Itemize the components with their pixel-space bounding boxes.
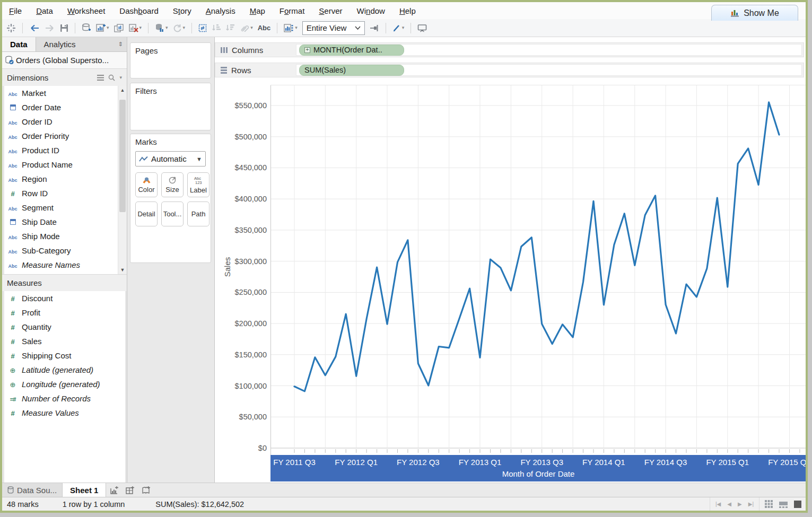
field-quantity[interactable]: #Quantity: [4, 320, 125, 334]
tab-sheet-1[interactable]: Sheet 1: [63, 483, 106, 497]
x-axis-band[interactable]: FY 2011 Q3FY 2012 Q1FY 2012 Q3FY 2013 Q1…: [270, 455, 806, 481]
size-button[interactable]: Size: [161, 172, 184, 197]
chevron-down-icon[interactable]: ▾: [402, 25, 405, 30]
view-list-icon[interactable]: [97, 75, 104, 81]
presentation-mode-icon[interactable]: [417, 24, 427, 32]
tab-analytics[interactable]: Analytics: [36, 37, 84, 51]
menu-data[interactable]: Data: [36, 6, 53, 15]
field-profit[interactable]: #Profit: [4, 305, 125, 320]
menu-analysis[interactable]: Analysis: [206, 6, 235, 15]
field-product-id[interactable]: AbcProduct ID: [4, 143, 118, 157]
detail-button[interactable]: Detail: [135, 201, 158, 226]
new-data-source-icon[interactable]: [82, 23, 91, 32]
color-button[interactable]: Color: [135, 172, 158, 197]
field-region[interactable]: AbcRegion: [4, 172, 118, 186]
path-button[interactable]: Path: [187, 201, 209, 226]
field-ship-mode[interactable]: AbcShip Mode: [4, 229, 118, 243]
new-worksheet-icon[interactable]: ▾: [96, 24, 109, 32]
field-label: Number of Records: [22, 394, 91, 403]
format-pen-icon[interactable]: ▾: [392, 24, 405, 32]
field-row-id[interactable]: #Row ID: [4, 186, 118, 200]
chevron-down-icon[interactable]: ▾: [139, 25, 142, 30]
abc-icon: Abc: [6, 232, 19, 241]
field-sub-category[interactable]: AbcSub-Category: [4, 243, 118, 258]
tool-button[interactable]: Tool...: [161, 201, 184, 226]
scroll-up-icon[interactable]: ▲: [118, 86, 127, 94]
pane-resize-icon[interactable]: ⇕: [118, 37, 127, 51]
field-ship-date[interactable]: Ship Date: [4, 215, 118, 229]
columns-pill[interactable]: + MONTH(Order Dat..: [299, 45, 404, 56]
field-label: Region: [22, 174, 47, 183]
filmstrip-view-icon[interactable]: [779, 501, 788, 508]
scroll-down-icon[interactable]: ▼: [118, 266, 127, 274]
field-measure-values[interactable]: #Measure Values: [4, 406, 125, 420]
menu-format[interactable]: Format: [280, 6, 305, 15]
undo-icon[interactable]: [29, 24, 40, 32]
tableau-logo-icon[interactable]: [6, 23, 16, 33]
field-order-date[interactable]: Order Date: [4, 100, 118, 115]
columns-drop-zone[interactable]: + MONTH(Order Dat..: [296, 44, 802, 56]
chevron-down-icon[interactable]: ▾: [107, 25, 109, 30]
field-label: Quantity: [22, 322, 51, 331]
sheet-view-icon[interactable]: [794, 501, 801, 508]
pages-card[interactable]: Pages: [130, 42, 211, 78]
save-icon[interactable]: [60, 24, 68, 32]
menu-window[interactable]: Window: [357, 6, 385, 15]
fit-mode-select[interactable]: Entire View: [302, 21, 365, 35]
new-dashboard-tab-icon[interactable]: [122, 483, 138, 497]
tab-data-source[interactable]: Data Sou...: [2, 483, 63, 497]
label-button[interactable]: Abc123Label: [187, 172, 209, 197]
number-icon: #: [6, 337, 19, 346]
mark-type-select[interactable]: Automatic ▼: [135, 151, 206, 167]
swap-rows-columns-icon[interactable]: [198, 24, 207, 32]
chevron-down-icon[interactable]: ▾: [165, 25, 168, 30]
field-product-name[interactable]: AbcProduct Name: [4, 157, 118, 172]
field-longitude-generated-[interactable]: ⊕Longitude (generated): [4, 377, 125, 391]
rows-pill[interactable]: SUM(Sales): [299, 65, 404, 76]
show-hide-cards-icon[interactable]: ▾: [284, 24, 298, 32]
menu-story[interactable]: Story: [173, 6, 191, 15]
menu-server[interactable]: Server: [319, 6, 342, 15]
menu-map[interactable]: Map: [250, 6, 265, 15]
new-story-tab-icon[interactable]: [138, 483, 154, 497]
field-order-id[interactable]: AbcOrder ID: [4, 115, 118, 129]
field-shipping-cost[interactable]: #Shipping Cost: [4, 348, 125, 363]
field-latitude-generated-[interactable]: ⊕Latitude (generated): [4, 363, 125, 377]
field-discount[interactable]: #Discount: [4, 291, 125, 305]
dimensions-scrollbar[interactable]: ▲ ▼: [118, 86, 127, 274]
menu-file[interactable]: File: [9, 6, 22, 15]
tab-data[interactable]: Data: [2, 37, 36, 51]
show-mark-labels-icon[interactable]: Abc: [258, 24, 271, 32]
chevron-down-icon[interactable]: ▾: [295, 25, 298, 30]
menu-help[interactable]: Help: [399, 6, 416, 15]
rows-drop-zone[interactable]: SUM(Sales): [296, 64, 802, 76]
menu-dashboard[interactable]: Dashboard: [119, 6, 158, 15]
expand-plus-icon[interactable]: +: [304, 47, 310, 53]
show-me-button[interactable]: Show Me: [711, 5, 798, 21]
columns-shelf[interactable]: Columns + MONTH(Order Dat..: [215, 42, 804, 57]
filters-card[interactable]: Filters: [130, 83, 211, 130]
field-sales[interactable]: #Sales: [4, 334, 125, 348]
duplicate-sheet-icon[interactable]: [114, 24, 124, 32]
plot-area[interactable]: [270, 85, 806, 455]
scrollbar-thumb[interactable]: [119, 100, 126, 212]
x-axis-tick-label: FY 2011 Q3: [273, 458, 316, 467]
fix-axes-pin-icon[interactable]: [370, 24, 379, 32]
search-icon[interactable]: [108, 74, 115, 81]
field-number-of-records[interactable]: =#Number of Records: [4, 391, 125, 406]
grid-view-icon[interactable]: [765, 500, 773, 508]
menu-worksheet[interactable]: Worksheet: [67, 6, 105, 15]
new-worksheet-tab-icon[interactable]: [106, 483, 122, 497]
field-measure-names[interactable]: AbcMeasure Names: [4, 258, 118, 272]
columns-shelf-label: Columns: [215, 43, 295, 57]
field-order-priority[interactable]: AbcOrder Priority: [4, 129, 118, 143]
run-update-icon[interactable]: ▾: [155, 23, 168, 32]
sales-line-chart[interactable]: [270, 85, 806, 455]
rows-shelf[interactable]: Rows SUM(Sales): [215, 63, 804, 77]
field-market[interactable]: AbcMarket: [4, 86, 118, 100]
datasource-item[interactable]: Orders (Global Supersto...: [2, 52, 127, 69]
chevron-down-icon[interactable]: ▾: [119, 75, 122, 80]
field-segment[interactable]: AbcSegment: [4, 200, 118, 215]
y-axis-title[interactable]: Sales: [223, 249, 232, 286]
clear-sheet-icon[interactable]: ▾: [129, 24, 142, 32]
